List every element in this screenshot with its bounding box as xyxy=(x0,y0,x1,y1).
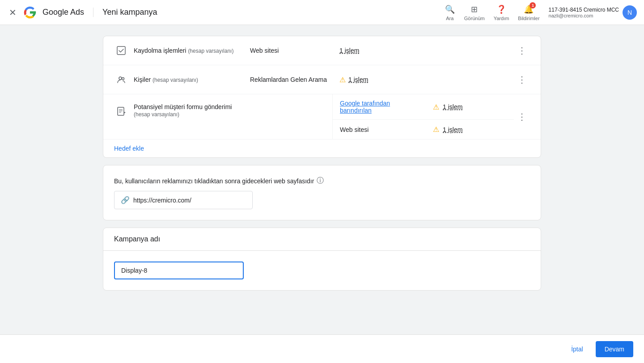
search-label: Ara xyxy=(446,16,453,21)
potential-subrow-1: Google tarafındanbarındırılan ⚠ 1 işlem xyxy=(333,94,514,120)
url-help-icon[interactable]: ⓘ xyxy=(317,176,324,186)
goal-row-potential: Potansiyel müşteri formu gönderimi (hesa… xyxy=(103,94,541,139)
google-logo xyxy=(24,6,36,19)
link-icon: 🔗 xyxy=(121,196,130,204)
help-button[interactable]: ❓ Yardım xyxy=(494,4,509,21)
goal-sub-people: (hesap varsayılanı) xyxy=(153,77,198,83)
campaign-card-body xyxy=(103,251,541,290)
continue-button[interactable]: Devam xyxy=(596,341,633,357)
goal-sub-potential: (hesap varsayılanı) xyxy=(134,111,179,118)
close-button[interactable]: ✕ xyxy=(7,6,18,19)
form-icon xyxy=(114,104,128,118)
search-button[interactable]: 🔍 Ara xyxy=(445,4,455,21)
more-menu-registration[interactable]: ⋮ xyxy=(514,43,530,58)
svg-point-1 xyxy=(119,77,122,80)
more-menu-people[interactable]: ⋮ xyxy=(514,72,530,87)
account-info: 117-391-8415 Cremicro MCC nazli@cremicro… xyxy=(549,5,637,20)
people-icon xyxy=(114,72,128,87)
search-icon: 🔍 xyxy=(445,4,455,15)
cancel-button[interactable]: İptal xyxy=(564,342,590,356)
view-button[interactable]: ⊞ Görünüm xyxy=(464,4,485,21)
registration-icon xyxy=(114,43,128,58)
app-title: Google Ads xyxy=(42,8,84,17)
goal-action-people: ⚠ 1 işlem xyxy=(339,76,514,84)
potential-right: Google tarafındanbarındırılan ⚠ 1 işlem … xyxy=(332,94,514,139)
notifications-button[interactable]: 🔔 1 Bildirimler xyxy=(518,4,539,21)
google-hosted-link[interactable]: Google tarafındanbarındırılan xyxy=(340,100,390,114)
more-menu-potential[interactable]: ⋮ xyxy=(514,110,530,124)
warning-icon-potential-1: ⚠ xyxy=(433,103,439,111)
nav-right: 🔍 Ara ⊞ Görünüm ❓ Yardım 🔔 1 Bildirimler… xyxy=(445,4,637,21)
url-label-text: Bu, kullanıcıların reklamınızı tıkladıkt… xyxy=(114,177,314,185)
action-link-people[interactable]: 1 işlem xyxy=(348,76,368,83)
action-link-registration[interactable]: 1 işlem xyxy=(339,47,359,54)
bell-icon: 🔔 1 xyxy=(523,4,534,15)
top-navigation: ✕ Google Ads Yeni kampanya 🔍 Ara ⊞ Görün… xyxy=(0,0,644,25)
svg-rect-0 xyxy=(117,46,125,55)
action-link-potential-1[interactable]: 1 işlem xyxy=(443,103,462,110)
goal-name-registration: Kaydolma işlemleri xyxy=(134,47,186,54)
add-goal-button[interactable]: Hedef ekle xyxy=(114,145,144,152)
view-label: Görünüm xyxy=(464,16,485,21)
goal-source-registration: Web sitesi xyxy=(250,47,339,54)
url-card: Bu, kullanıcıların reklamınızı tıkladıkt… xyxy=(103,165,541,220)
notifications-label: Bildirimler xyxy=(518,16,539,21)
svg-rect-3 xyxy=(118,107,124,115)
goal-sub-registration: (hesap varsayılanı) xyxy=(188,48,233,54)
warning-icon-potential-2: ⚠ xyxy=(433,125,439,134)
footer: İptal Devam xyxy=(0,334,644,363)
help-label: Yardım xyxy=(494,16,509,21)
campaign-card-header: Kampanya adı xyxy=(103,228,541,251)
add-goal-row: Hedef ekle xyxy=(103,139,541,157)
main-content: Kaydolma işlemleri (hesap varsayılanı) W… xyxy=(0,25,644,334)
help-icon: ❓ xyxy=(496,4,507,15)
goals-card: Kaydolma işlemleri (hesap varsayılanı) W… xyxy=(103,36,541,158)
url-input-wrap: 🔗 https://cremicro.com/ xyxy=(114,191,253,209)
warning-icon-people: ⚠ xyxy=(339,76,346,84)
url-label: Bu, kullanıcıların reklamınızı tıkladıkt… xyxy=(114,176,530,186)
potential-left: Potansiyel müşteri formu gönderimi (hesa… xyxy=(114,94,332,139)
goal-name-potential: Potansiyel müşteri formu gönderimi xyxy=(134,103,232,110)
campaign-name-title: Kampanya adı xyxy=(114,235,160,243)
page-title: Yeni kampanya xyxy=(93,8,157,17)
avatar[interactable]: N xyxy=(623,5,637,20)
goal-label-registration: Kaydolma işlemleri (hesap varsayılanı) xyxy=(134,47,250,54)
goal-action-registration: 1 işlem xyxy=(339,47,514,54)
account-number: 117-391-8415 Cremicro MCC xyxy=(549,7,619,13)
goal-row-people: Kişiler (hesap varsayılanı) Reklamlardan… xyxy=(103,65,541,94)
view-icon: ⊞ xyxy=(469,4,480,15)
goal-source-people: Reklamlardan Gelen Arama xyxy=(250,76,339,83)
url-value: https://cremicro.com/ xyxy=(133,197,191,204)
svg-point-2 xyxy=(122,78,124,80)
potential-source-1: Google tarafındanbarındırılan xyxy=(340,100,429,114)
goal-name-people: Kişiler xyxy=(134,76,151,83)
potential-subrow-2: Web sitesi ⚠ 1 işlem xyxy=(333,120,514,139)
nav-left: ✕ Google Ads Yeni kampanya xyxy=(7,6,445,19)
goal-label-people: Kişiler (hesap varsayılanı) xyxy=(134,76,250,83)
campaign-name-input[interactable] xyxy=(114,262,244,279)
potential-source-2: Web sitesi xyxy=(340,126,429,133)
goal-label-potential: Potansiyel müşteri formu gönderimi (hesa… xyxy=(134,103,250,118)
goal-row-registration: Kaydolma işlemleri (hesap varsayılanı) W… xyxy=(103,36,541,65)
action-link-potential-2[interactable]: 1 işlem xyxy=(443,126,462,133)
notification-badge: 1 xyxy=(530,2,536,8)
account-email: nazli@cremicro.com xyxy=(549,13,619,18)
campaign-name-card: Kampanya adı xyxy=(103,228,541,291)
